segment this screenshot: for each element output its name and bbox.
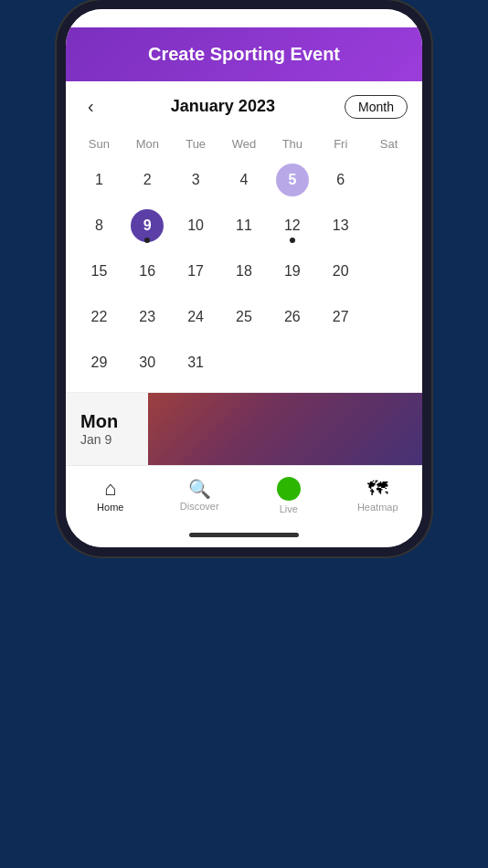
event-dot: [144, 238, 150, 243]
day-number: 31: [179, 346, 212, 379]
day-number: 1: [82, 164, 115, 196]
day-number: 27: [324, 301, 357, 333]
day-cell[interactable]: 30: [123, 341, 172, 385]
day-cell[interactable]: 4: [220, 158, 269, 202]
day-number: 19: [276, 255, 309, 288]
day-cell[interactable]: 25: [220, 295, 269, 339]
phone-frame: Create Sporting Event ‹ January 2023 Mon…: [66, 9, 422, 547]
day-number: 3: [179, 164, 212, 196]
day-number: 24: [179, 301, 212, 333]
day-cell[interactable]: 2: [123, 158, 172, 202]
day-number: 16: [131, 255, 164, 288]
event-date-label: Jan 9: [80, 432, 111, 447]
day-cell: [365, 204, 413, 248]
day-number: 11: [228, 209, 260, 242]
event-strip[interactable]: Mon Jan 9: [66, 392, 422, 465]
day-cell[interactable]: 16: [123, 249, 172, 293]
day-number: [373, 255, 406, 288]
day-header-sat: Sat: [365, 133, 413, 154]
day-cell[interactable]: 15: [75, 249, 123, 293]
calendar-section: ‹ January 2023 Month Sun Mon Tue Wed Thu…: [66, 81, 422, 392]
day-cell[interactable]: 11: [220, 204, 269, 248]
day-cell: [365, 158, 413, 202]
day-number: 13: [324, 209, 357, 242]
day-number: [373, 209, 406, 242]
day-cell[interactable]: 3: [172, 158, 220, 202]
day-header-fri: Fri: [316, 133, 365, 154]
page-title: Create Sporting Event: [84, 44, 404, 65]
day-cell[interactable]: 24: [172, 295, 220, 339]
day-cell[interactable]: 29: [75, 341, 123, 385]
day-cell: [268, 341, 316, 385]
day-number: 18: [228, 255, 260, 288]
day-number: 29: [82, 346, 115, 379]
day-number: [276, 346, 309, 379]
day-cell[interactable]: 10: [172, 204, 220, 248]
day-header-sun: Sun: [75, 133, 123, 154]
day-number: 20: [324, 255, 357, 288]
day-cell[interactable]: 26: [268, 295, 316, 339]
notch-area: [66, 9, 422, 27]
day-number: 25: [228, 301, 260, 333]
event-date-box: Mon Jan 9: [66, 393, 148, 465]
nav-item-heatmap[interactable]: 🗺 Heatmap: [334, 473, 423, 518]
day-cell[interactable]: 12: [268, 204, 316, 248]
home-bar: [66, 522, 422, 547]
day-cell[interactable]: 22: [75, 295, 123, 339]
day-cell[interactable]: 27: [316, 295, 365, 339]
nav-item-discover[interactable]: 🔍 Discover: [155, 473, 245, 518]
day-number: 23: [131, 301, 164, 333]
day-number: 6: [324, 164, 357, 196]
day-number: 2: [131, 164, 164, 196]
nav-label-home: Home: [97, 502, 123, 513]
nav-label-discover: Discover: [180, 501, 219, 512]
event-image-overlay: [148, 393, 422, 465]
header-bar: Create Sporting Event: [66, 27, 422, 81]
event-image: [148, 393, 422, 465]
nav-label-heatmap: Heatmap: [357, 502, 398, 513]
day-number: [324, 346, 357, 379]
day-number: 26: [276, 301, 309, 333]
day-number: [373, 346, 406, 379]
day-cell[interactable]: 19: [268, 249, 316, 293]
day-cell[interactable]: 18: [220, 249, 269, 293]
day-cell[interactable]: 8: [75, 204, 123, 248]
day-number: 4: [228, 164, 260, 196]
day-cell[interactable]: 6: [316, 158, 365, 202]
discover-icon: 🔍: [188, 480, 211, 498]
nav-item-home[interactable]: ⌂ Home: [66, 473, 155, 518]
day-cell[interactable]: 5: [268, 158, 316, 202]
day-number: 30: [131, 346, 164, 379]
day-number: 5: [276, 164, 309, 196]
day-cell[interactable]: 1: [75, 158, 123, 202]
day-cell[interactable]: 20: [316, 249, 365, 293]
calendar-grid: Sun Mon Tue Wed Thu Fri Sat 123456891011…: [75, 133, 413, 385]
bottom-nav: ⌂ Home 🔍 Discover Live 🗺 Heatmap: [66, 465, 422, 522]
day-number: [373, 164, 406, 196]
home-indicator: [189, 533, 299, 537]
live-indicator: [277, 477, 301, 501]
day-cell: [316, 341, 365, 385]
prev-month-button[interactable]: ‹: [80, 92, 101, 121]
day-cell[interactable]: 23: [123, 295, 172, 339]
day-number: [373, 301, 406, 333]
day-cell: [365, 249, 413, 293]
month-view-button[interactable]: Month: [345, 95, 408, 119]
day-cell[interactable]: 31: [172, 341, 220, 385]
event-dot: [290, 238, 295, 243]
day-number: 10: [179, 209, 212, 242]
event-day-name: Mon: [80, 411, 118, 432]
day-cell[interactable]: 9: [123, 204, 172, 248]
calendar-nav: ‹ January 2023 Month: [75, 92, 413, 121]
day-cell: [365, 295, 413, 339]
day-cell: [220, 341, 269, 385]
day-headers: Sun Mon Tue Wed Thu Fri Sat: [75, 133, 413, 154]
day-cell[interactable]: 17: [172, 249, 220, 293]
day-header-wed: Wed: [220, 133, 269, 154]
nav-item-live[interactable]: Live: [244, 473, 334, 518]
day-number: 8: [82, 209, 115, 242]
day-cell[interactable]: 13: [316, 204, 365, 248]
day-number: 17: [179, 255, 212, 288]
day-header-tue: Tue: [172, 133, 220, 154]
days-grid: 1234568910111213151617181920222324252627…: [75, 158, 413, 385]
